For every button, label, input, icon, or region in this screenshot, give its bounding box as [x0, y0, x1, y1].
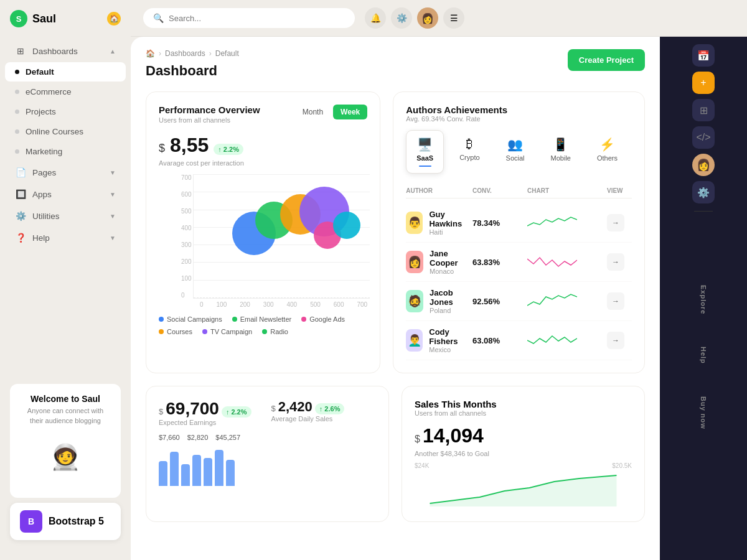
explore-label[interactable]: Explore	[697, 281, 710, 318]
sidebar-item-label: Help	[32, 233, 50, 243]
nav-dot-marketing	[15, 149, 19, 154]
col-conv: CONV.	[472, 187, 522, 194]
sidebar-item-projects[interactable]: Projects	[5, 102, 126, 121]
sales-title: Sales This Months	[415, 399, 632, 409]
sidebar-item-ecommerce[interactable]: eCommerce	[5, 82, 126, 101]
author-name: Jane Cooper	[430, 249, 467, 268]
chevron-icon: ▲	[110, 48, 116, 55]
create-project-button[interactable]: Create Project	[568, 49, 645, 71]
settings-panel-icon[interactable]: ⚙️	[692, 181, 715, 203]
calendar-icon[interactable]: 📅	[692, 44, 715, 67]
author-country: Haiti	[429, 228, 467, 236]
x-label: 700	[357, 301, 367, 308]
cat-tab-mobile[interactable]: 📱 Mobile	[540, 130, 581, 174]
col-view: VIEW	[607, 187, 632, 194]
cat-tab-others[interactable]: ⚡ Others	[586, 130, 628, 174]
bar-chart	[159, 449, 376, 486]
table-row: 👨 Guy Hawkins Haiti 78.34% →	[406, 203, 632, 243]
sidebar-item-dashboards[interactable]: ⊞ Dashboards ▲	[5, 40, 126, 62]
sidebar-item-marketing[interactable]: Marketing	[5, 142, 126, 161]
sales-note: Another $48,346 to Goal	[415, 450, 632, 457]
nav-dot-projects	[15, 110, 19, 114]
chart-svg	[527, 292, 577, 310]
side-labels: Explore Help Buy now	[697, 219, 710, 433]
x-label: 600	[334, 301, 344, 308]
menu-icon[interactable]: ☰	[443, 7, 464, 29]
help-label[interactable]: Help	[697, 343, 710, 368]
bubble-chart-wrapper: 700 600 500 400 300 200 100 0	[159, 174, 367, 308]
legend-dot-google	[301, 317, 306, 322]
view-button[interactable]: →	[607, 214, 624, 231]
earnings-badge: ↑ 2.2%	[222, 406, 251, 418]
notification-icon[interactable]: 🔔	[365, 7, 386, 29]
sidebar-item-apps[interactable]: 🔲 Apps ▼	[5, 184, 126, 205]
chevron-icon: ▼	[110, 235, 116, 241]
legend-dot-courses	[159, 329, 164, 334]
grid-icon[interactable]: ⊞	[692, 99, 715, 121]
view-button[interactable]: →	[607, 253, 624, 271]
tab-month[interactable]: Month	[295, 105, 331, 119]
buy-now-label[interactable]: Buy now	[697, 393, 710, 433]
search-input[interactable]	[169, 14, 345, 23]
col-chart: CHART	[527, 187, 602, 194]
cat-tab-saas[interactable]: 🖥️ SaaS	[406, 130, 444, 174]
author-country: Monaco	[430, 268, 467, 275]
sidebar-header: S Saul 🏠	[0, 10, 131, 37]
conv-rate: 63.83%	[472, 258, 522, 267]
sidebar-item-online-courses[interactable]: Online Courses	[5, 122, 126, 141]
legend-dot-email	[232, 317, 237, 322]
user-avatar-panel[interactable]: 👩	[692, 154, 715, 176]
legend-dot-social	[159, 317, 164, 322]
breadcrumb-dashboards[interactable]: Dashboards	[165, 49, 205, 58]
sales-card: Sales This Months Users from all channel…	[402, 386, 645, 522]
sidebar-item-pages[interactable]: 📄 Pages ▼	[5, 162, 126, 183]
daily-label: Average Daily Sales	[271, 415, 345, 422]
x-axis-labels: 0 100 200 300 400 500 600 700	[200, 299, 367, 308]
bar	[170, 452, 179, 486]
bubble-cyan	[333, 212, 360, 239]
main-area: 🔍 🔔 ⚙️ 👩 ☰ 🏠 › Dashboards › Default	[131, 0, 747, 560]
header-right: 🔔 ⚙️ 👩 ☰	[365, 7, 464, 29]
settings-icon[interactable]: ⚙️	[391, 7, 412, 29]
bootstrap-label: Bootstrap 5	[49, 516, 104, 527]
search-bar[interactable]: 🔍	[143, 8, 355, 28]
breadcrumb-home[interactable]: 🏠	[146, 49, 155, 58]
cat-tab-social[interactable]: 👥 Social	[496, 130, 535, 174]
earnings-value: 69,700	[166, 399, 219, 419]
legend-label: Courses	[167, 328, 192, 335]
chart-svg	[527, 213, 577, 232]
sidebar-item-help[interactable]: ❓ Help ▼	[5, 227, 126, 248]
earnings-row-3: $45,257	[215, 434, 240, 441]
chart-legend: Social Campaigns Email Newsletter Google…	[159, 315, 367, 335]
sidebar-item-utilities[interactable]: ⚙️ Utilities ▼	[5, 205, 126, 226]
author-avatar-cody: 👨‍🦱	[406, 329, 423, 352]
breadcrumb-default[interactable]: Default	[215, 49, 239, 58]
nav-section: ⊞ Dashboards ▲ Default eCommerce Project…	[0, 37, 131, 251]
pages-icon: 📄	[15, 167, 26, 178]
sales-subtitle: Users from all channels	[415, 409, 632, 417]
help-icon: ❓	[15, 232, 26, 243]
avatar[interactable]: 👩	[417, 7, 438, 29]
divider	[694, 211, 713, 212]
view-button[interactable]: →	[607, 292, 624, 310]
saas-icon: 🖥️	[417, 137, 433, 152]
sidebar-collapse-button[interactable]: 🏠	[107, 12, 121, 26]
x-label: 200	[240, 301, 250, 308]
logo-icon: S	[10, 10, 27, 27]
cat-tab-crypto[interactable]: ₿ Crypto	[449, 130, 490, 174]
add-icon[interactable]: +	[692, 72, 715, 94]
sidebar-item-label: Online Courses	[26, 127, 83, 136]
view-button[interactable]: →	[607, 332, 624, 349]
conv-rate: 78.34%	[472, 218, 522, 228]
tab-week[interactable]: Week	[333, 105, 367, 119]
performance-title: Performance Overview	[159, 105, 260, 115]
sidebar-item-default[interactable]: Default	[5, 62, 126, 82]
sales-dollar: $	[415, 434, 420, 445]
sidebar-item-label: Marketing	[26, 147, 62, 156]
app-name: Saul	[32, 12, 56, 26]
x-label: 500	[310, 301, 321, 308]
page-title: Dashboard	[146, 63, 239, 79]
code-icon[interactable]: </>	[692, 126, 715, 149]
content-area: 🏠 › Dashboards › Default Dashboard Creat…	[131, 37, 747, 560]
breadcrumb: 🏠 › Dashboards › Default	[146, 49, 239, 58]
